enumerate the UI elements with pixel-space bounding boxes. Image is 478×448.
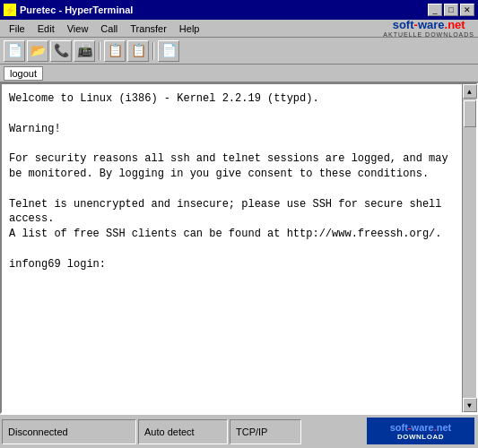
scroll-thumb[interactable] xyxy=(464,100,476,127)
menu-view[interactable]: View xyxy=(62,22,94,35)
scrollbar[interactable]: ▲ ▼ xyxy=(462,84,476,412)
menu-help[interactable]: Help xyxy=(174,22,205,35)
mode-status-pane: Auto detect xyxy=(138,419,228,444)
menu-edit[interactable]: Edit xyxy=(32,22,60,35)
title-bar: ⚡ Puretec - HyperTerminal _ □ ✕ xyxy=(0,0,478,20)
terminal-output[interactable]: Welcome to Linux (i386) - Kernel 2.2.19 … xyxy=(2,84,462,412)
mode-status: Auto detect xyxy=(144,426,195,437)
title-bar-left: ⚡ Puretec - HyperTerminal xyxy=(4,4,133,16)
status-brand: soft-ware.net DOWNLOAD xyxy=(367,418,474,444)
menu-call[interactable]: Call xyxy=(95,22,123,35)
window-title: Puretec - HyperTerminal xyxy=(20,4,133,15)
status-brand-top: soft-ware.net xyxy=(390,422,451,433)
toolbar-open[interactable]: 📂 xyxy=(27,40,48,62)
toolbar-fax[interactable]: 📠 xyxy=(74,40,95,62)
menu-bar: File Edit View Call Transfer Help soft-w… xyxy=(0,20,478,38)
toolbar-copy[interactable]: 📋 xyxy=(104,40,126,62)
minimize-button[interactable]: _ xyxy=(428,4,442,16)
brand-logo: soft-ware.net xyxy=(393,19,465,31)
connection-status-pane: Disconnected xyxy=(2,419,136,444)
terminal-container: Welcome to Linux (i386) - Kernel 2.2.19 … xyxy=(0,82,478,414)
title-buttons: _ □ ✕ xyxy=(428,4,474,16)
app-icon: ⚡ xyxy=(4,4,16,16)
close-button[interactable]: ✕ xyxy=(460,4,474,16)
scroll-down-button[interactable]: ▼ xyxy=(463,398,477,412)
toolbar-new[interactable]: 📄 xyxy=(4,40,25,62)
tab-bar: logout xyxy=(0,65,478,82)
toolbar-dial[interactable]: 📞 xyxy=(50,40,72,62)
menu-transfer[interactable]: Transfer xyxy=(125,22,172,35)
scroll-track[interactable] xyxy=(463,99,476,398)
status-brand-bottom: DOWNLOAD xyxy=(397,433,444,441)
toolbar-paste[interactable]: 📋 xyxy=(127,40,149,62)
menu-file[interactable]: File xyxy=(4,22,30,35)
status-bar: Disconnected Auto detect TCP/IP soft-war… xyxy=(0,414,478,448)
toolbar: 📄 📂 📞 📠 📋 📋 📄 xyxy=(0,38,478,65)
connection-status: Disconnected xyxy=(8,426,68,437)
maximize-button[interactable]: □ xyxy=(444,4,458,16)
toolbar-separator-2 xyxy=(152,42,154,60)
scroll-up-button[interactable]: ▲ xyxy=(463,84,477,99)
protocol-status: TCP/IP xyxy=(236,426,267,437)
menu-brand: soft-ware.net AKTUELLE DOWNLOADS xyxy=(383,19,474,38)
toolbar-doc[interactable]: 📄 xyxy=(158,40,179,62)
connection-tab[interactable]: logout xyxy=(4,66,43,81)
menu-items: File Edit View Call Transfer Help xyxy=(4,22,204,35)
protocol-status-pane: TCP/IP xyxy=(230,419,301,444)
toolbar-separator-1 xyxy=(99,42,100,60)
brand-subtitle: AKTUELLE DOWNLOADS xyxy=(383,31,474,38)
